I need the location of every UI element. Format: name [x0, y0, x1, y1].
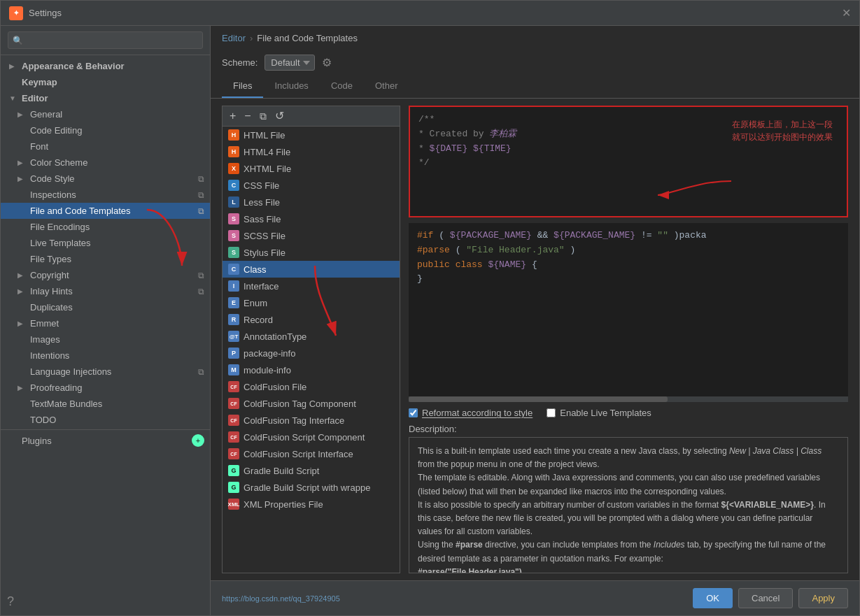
help-icon[interactable]: ? — [7, 594, 14, 609]
sidebar-label-inspections: Inspections — [30, 189, 76, 200]
desc-text-2: from the popup menu in one of the projec… — [418, 459, 599, 469]
less-file-icon: L — [228, 196, 239, 208]
sidebar-label-intentions: Intentions — [30, 350, 69, 361]
template-item-html-file[interactable]: H HTML File — [223, 127, 400, 143]
sidebar-item-inspections[interactable]: Inspections ⧉ — [1, 187, 210, 203]
search-bar: 🔍 — [1, 26, 210, 55]
live-templates-checkbox-label[interactable]: Enable Live Templates — [547, 408, 651, 418]
sidebar-label-emmet: Emmet — [30, 318, 59, 329]
template-item-css-file[interactable]: C CSS File — [223, 177, 400, 194]
reformat-checkbox-label[interactable]: Reformat according to style — [409, 408, 533, 418]
annotation-type-icon: @T — [228, 331, 239, 342]
template-item-gradle-build-script-wrapper[interactable]: G Gradle Build Script with wrappe — [223, 479, 400, 496]
template-item-coldfusion-script-component[interactable]: CF ColdFusion Script Component — [223, 429, 400, 445]
template-item-package-info[interactable]: P package-info — [223, 345, 400, 361]
template-item-stylus-file[interactable]: S Stylus File — [223, 244, 400, 261]
cancel-button[interactable]: Cancel — [738, 588, 793, 608]
sidebar-item-font[interactable]: Font — [1, 138, 210, 155]
sidebar-label-font: Font — [30, 141, 48, 152]
scheme-gear-icon[interactable]: ⚙ — [322, 56, 332, 69]
sidebar-item-inlay-hints[interactable]: Inlay Hints ⧉ — [1, 283, 210, 299]
sidebar-item-duplicates[interactable]: Duplicates — [1, 299, 210, 315]
template-item-class[interactable]: C Class — [223, 261, 400, 278]
template-item-html4-file[interactable]: H HTML4 File — [223, 143, 400, 160]
sidebar-item-language-injections[interactable]: Language Injections ⧉ — [1, 364, 210, 380]
reformat-label: Reformat according to style — [422, 408, 533, 418]
scheme-select[interactable]: Default Project — [265, 55, 315, 71]
template-item-less-file[interactable]: L Less File — [223, 194, 400, 210]
sidebar-item-color-scheme[interactable]: Color Scheme — [1, 155, 210, 171]
sidebar-item-live-templates[interactable]: Live Templates — [1, 235, 210, 251]
tab-includes[interactable]: Includes — [263, 75, 319, 98]
reformat-checkbox[interactable] — [409, 408, 418, 417]
horizontal-scrollbar[interactable] — [409, 396, 848, 402]
copy-template-button[interactable]: ⧉ — [257, 110, 269, 122]
less-file-label: Less File — [244, 197, 280, 208]
tree-arrow-appearance — [9, 62, 17, 70]
template-item-coldfusion-file[interactable]: CF ColdFusion File — [223, 378, 400, 395]
sidebar-item-emmet[interactable]: Emmet — [1, 315, 210, 331]
sidebar-item-general[interactable]: General — [1, 106, 210, 122]
sidebar-item-plugins[interactable]: Plugins + — [1, 429, 210, 450]
live-templates-checkbox[interactable] — [547, 408, 556, 417]
tree-arrow-copyright — [17, 271, 26, 279]
sidebar-label-images: Images — [30, 334, 60, 345]
template-item-coldfusion-script-interface[interactable]: CF ColdFusion Script Interface — [223, 445, 400, 462]
options-row: Reformat according to style Enable Live … — [409, 408, 848, 418]
desc-text-3: The template is editable. Along with Jav… — [418, 473, 820, 496]
sidebar-item-todo[interactable]: TODO — [1, 412, 210, 428]
remove-template-button[interactable]: − — [241, 109, 253, 123]
annotation-line2: 就可以达到开始图中的效果 — [732, 132, 833, 142]
add-template-button[interactable]: + — [227, 109, 239, 123]
class-icon: C — [228, 264, 239, 275]
template-item-gradle-build-script[interactable]: G Gradle Build Script — [223, 462, 400, 479]
template-item-xhtml-file[interactable]: X XHTML File — [223, 160, 400, 177]
apply-button[interactable]: Apply — [798, 588, 848, 608]
template-item-coldfusion-tag-interface[interactable]: CF ColdFusion Tag Interface — [223, 412, 400, 429]
template-item-enum[interactable]: E Enum — [223, 294, 400, 311]
sidebar-item-code-style[interactable]: Code Style ⧉ — [1, 171, 210, 187]
coldfusion-script-interface-icon: CF — [228, 448, 239, 459]
sidebar-item-textmate-bundles[interactable]: TextMate Bundles — [1, 396, 210, 412]
sass-file-icon: S — [228, 213, 239, 224]
sidebar-item-editor[interactable]: Editor — [1, 90, 210, 106]
sidebar-item-proofreading[interactable]: Proofreading — [1, 380, 210, 396]
template-item-scss-file[interactable]: S SCSS File — [223, 227, 400, 244]
breadcrumb: Editor › File and Code Templates — [211, 26, 859, 50]
sidebar-label-copyright: Copyright — [30, 270, 69, 280]
template-item-interface[interactable]: I Interface — [223, 278, 400, 294]
template-item-coldfusion-tag-component[interactable]: CF ColdFusion Tag Component — [223, 395, 400, 412]
template-item-xml-properties-file[interactable]: XML XML Properties File — [223, 496, 400, 513]
sidebar-item-intentions[interactable]: Intentions — [1, 348, 210, 364]
code-main-editor[interactable]: #if ( ${PACKAGE_NAME} && ${PACKAGE_NAME}… — [409, 223, 848, 402]
interface-icon: I — [228, 280, 239, 292]
tab-other[interactable]: Other — [364, 75, 409, 98]
reset-template-button[interactable]: ↺ — [272, 109, 287, 123]
template-item-annotation-type[interactable]: @T AnnotationType — [223, 328, 400, 345]
copy-icon-copyright: ⧉ — [198, 271, 204, 280]
template-item-sass-file[interactable]: S Sass File — [223, 210, 400, 227]
template-item-module-info[interactable]: M module-info — [223, 361, 400, 378]
ok-button[interactable]: OK — [693, 588, 733, 608]
sidebar-item-appearance-behavior[interactable]: Appearance & Behavior — [1, 58, 210, 74]
sidebar-item-file-and-code-templates[interactable]: File and Code Templates ⧉ — [1, 203, 210, 219]
sidebar-label-file-code-templates: File and Code Templates — [30, 206, 131, 216]
coldfusion-tag-component-icon: CF — [228, 398, 239, 409]
coldfusion-file-icon: CF — [228, 381, 239, 392]
sidebar-item-file-types[interactable]: File Types — [1, 251, 210, 267]
sidebar-item-file-encodings[interactable]: File Encodings — [1, 219, 210, 235]
tab-code[interactable]: Code — [320, 75, 364, 98]
tab-files[interactable]: Files — [222, 75, 263, 98]
search-input[interactable] — [8, 31, 203, 49]
sidebar-item-keymap[interactable]: Keymap — [1, 74, 210, 90]
sidebar-item-images[interactable]: Images — [1, 331, 210, 348]
close-button[interactable]: ✕ — [842, 6, 851, 20]
module-info-label: module-info — [244, 365, 291, 375]
sidebar-item-code-editing[interactable]: Code Editing — [1, 122, 210, 138]
template-item-record[interactable]: R Record — [223, 311, 400, 328]
annotation-line1: 在原模板上面，加上这一段 — [732, 120, 833, 129]
desc-text-6: Using the — [418, 540, 456, 550]
footer-link: https://blog.csdn.net/qq_37924905 — [222, 594, 340, 603]
sidebar-item-copyright[interactable]: Copyright ⧉ — [1, 267, 210, 283]
scss-file-icon: S — [228, 230, 239, 241]
